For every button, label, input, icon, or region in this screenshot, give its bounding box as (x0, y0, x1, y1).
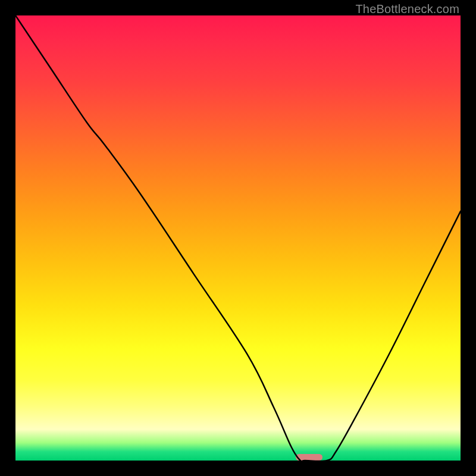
chart-container: TheBottleneck.com (0, 0, 476, 476)
plot-area (15, 15, 461, 461)
watermark-text: TheBottleneck.com (355, 2, 459, 16)
gradient-background (15, 15, 461, 461)
optimal-marker (296, 454, 322, 461)
